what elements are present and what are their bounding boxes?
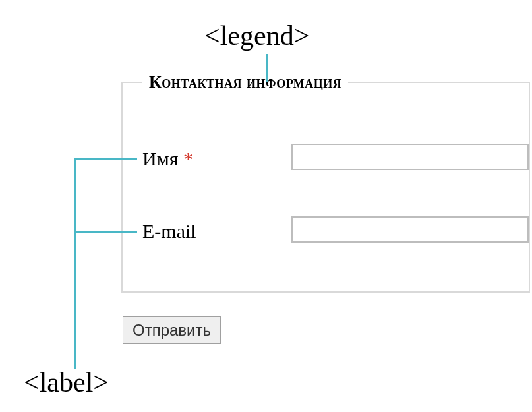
email-label: E-mail bbox=[142, 220, 196, 243]
contact-fieldset: Контактная информация bbox=[121, 82, 530, 293]
diagram-canvas: <legend> Контактная информация Имя * E-m… bbox=[0, 0, 532, 412]
name-label-text: Имя bbox=[142, 148, 178, 169]
annotation-label-tag: <label> bbox=[24, 367, 109, 398]
callout-line-to-name-label bbox=[74, 158, 137, 160]
required-star-icon: * bbox=[183, 148, 193, 169]
name-label: Имя * bbox=[142, 148, 193, 170]
callout-line-to-legend bbox=[266, 54, 268, 82]
annotation-legend-tag: <legend> bbox=[204, 20, 309, 51]
name-input[interactable] bbox=[291, 144, 529, 170]
fieldset-legend: Контактная информация bbox=[142, 73, 348, 92]
email-input[interactable] bbox=[291, 216, 529, 243]
callout-line-bracket-vertical bbox=[74, 158, 76, 369]
submit-button[interactable]: Отправить bbox=[123, 316, 221, 344]
callout-line-to-email-label bbox=[74, 231, 137, 233]
